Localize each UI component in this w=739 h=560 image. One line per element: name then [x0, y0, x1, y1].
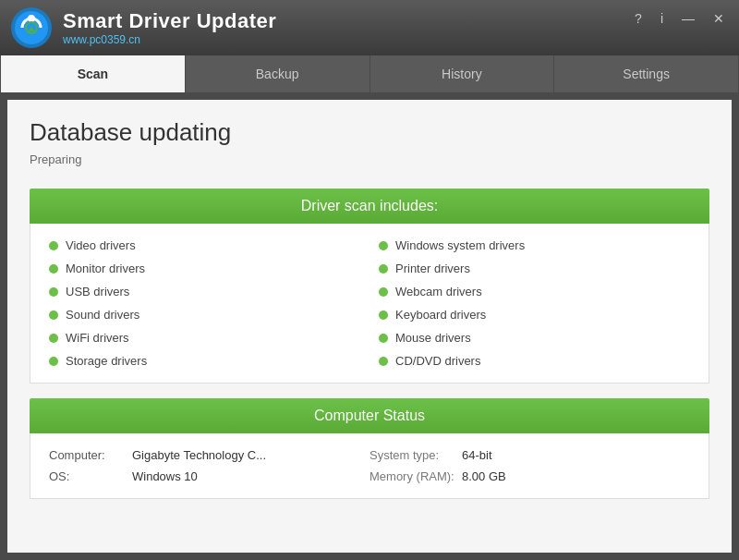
driver-dot — [379, 357, 388, 366]
drivers-grid: Video drivers Windows system drivers Mon… — [30, 224, 709, 383]
driver-dot — [379, 310, 388, 320]
driver-dot — [49, 334, 58, 343]
driver-item-printer: Printer drivers — [379, 262, 690, 275]
svg-point-2 — [28, 15, 35, 22]
driver-item-webcam: Webcam drivers — [379, 285, 690, 298]
window-controls: ? i — ✕ — [629, 9, 730, 28]
driver-label: WiFi drivers — [66, 331, 129, 345]
driver-item-wifi: WiFi drivers — [49, 331, 360, 345]
driver-label: Webcam drivers — [395, 285, 482, 298]
main-content: Database updating Preparing Driver scan … — [7, 100, 732, 553]
driver-item-video: Video drivers — [49, 238, 360, 252]
driver-item-usb: USB drivers — [49, 285, 360, 298]
drivers-list-container: Video drivers Windows system drivers Mon… — [30, 224, 709, 383]
computer-value: Gigabyte Technology C... — [132, 448, 266, 462]
status-section-header: Computer Status — [30, 398, 709, 433]
title-bar: Smart Driver Updater www.pc0359.cn ? i —… — [0, 0, 739, 55]
driver-dot — [49, 357, 58, 366]
memory-value: 8.00 GB — [462, 469, 506, 483]
drivers-section-header: Driver scan includes: — [30, 189, 709, 224]
title-text-group: Smart Driver Updater www.pc0359.cn — [63, 9, 276, 46]
status-systemtype-row: System type: 64-bit — [370, 448, 690, 462]
status-grid: Computer: Gigabyte Technology C... Syste… — [30, 433, 709, 498]
driver-dot — [49, 287, 58, 297]
driver-label: Video drivers — [66, 238, 136, 252]
system-type-label: System type: — [370, 448, 462, 462]
page-title: Database updating — [30, 118, 709, 147]
driver-dot — [49, 264, 58, 274]
os-value: Windows 10 — [132, 469, 198, 483]
nav-tabs: Scan Backup History Settings — [0, 55, 739, 92]
driver-label: Monitor drivers — [66, 262, 145, 275]
computer-label: Computer: — [49, 448, 132, 462]
driver-label: Storage drivers — [66, 354, 147, 368]
driver-dot — [379, 334, 388, 343]
driver-dot — [49, 241, 58, 250]
driver-dot — [379, 241, 388, 250]
driver-item-mouse: Mouse drivers — [379, 331, 690, 345]
info-button[interactable]: i — [655, 9, 669, 28]
status-memory-row: Memory (RAM): 8.00 GB — [370, 469, 690, 483]
driver-label: Windows system drivers — [395, 238, 525, 252]
os-label: OS: — [49, 469, 132, 483]
tab-scan[interactable]: Scan — [0, 55, 186, 92]
status-section: Computer Status Computer: Gigabyte Techn… — [30, 398, 709, 499]
driver-label: Mouse drivers — [395, 331, 471, 345]
status-os-row: OS: Windows 10 — [49, 469, 370, 483]
help-button[interactable]: ? — [629, 9, 648, 28]
app-subtitle: www.pc0359.cn — [63, 33, 276, 46]
tab-history[interactable]: History — [370, 55, 555, 92]
driver-item-cddvd: CD/DVD drivers — [379, 354, 690, 368]
driver-item-monitor: Monitor drivers — [49, 262, 360, 275]
driver-item-keyboard: Keyboard drivers — [379, 308, 690, 322]
driver-label: USB drivers — [66, 285, 129, 298]
memory-label: Memory (RAM): — [370, 469, 462, 483]
app-logo — [9, 6, 54, 50]
driver-item-sound: Sound drivers — [49, 308, 360, 322]
status-list-container: Computer: Gigabyte Technology C... Syste… — [30, 433, 709, 499]
driver-label: Sound drivers — [66, 308, 139, 322]
tab-settings[interactable]: Settings — [554, 55, 739, 92]
driver-dot — [379, 287, 388, 297]
close-button[interactable]: ✕ — [708, 9, 730, 28]
driver-label: Keyboard drivers — [395, 308, 486, 322]
driver-item-windows-system: Windows system drivers — [379, 238, 690, 252]
app-title: Smart Driver Updater — [63, 9, 276, 33]
driver-label: CD/DVD drivers — [395, 354, 480, 368]
system-type-value: 64-bit — [462, 448, 492, 462]
status-computer-row: Computer: Gigabyte Technology C... — [49, 448, 370, 462]
minimize-button[interactable]: — — [676, 9, 700, 28]
page-subtitle: Preparing — [30, 152, 709, 166]
drivers-section: Driver scan includes: Video drivers Wind… — [30, 189, 709, 383]
tab-backup[interactable]: Backup — [186, 55, 370, 92]
driver-label: Printer drivers — [395, 262, 470, 275]
driver-dot — [379, 264, 388, 274]
driver-item-storage: Storage drivers — [49, 354, 360, 368]
driver-dot — [49, 310, 58, 320]
